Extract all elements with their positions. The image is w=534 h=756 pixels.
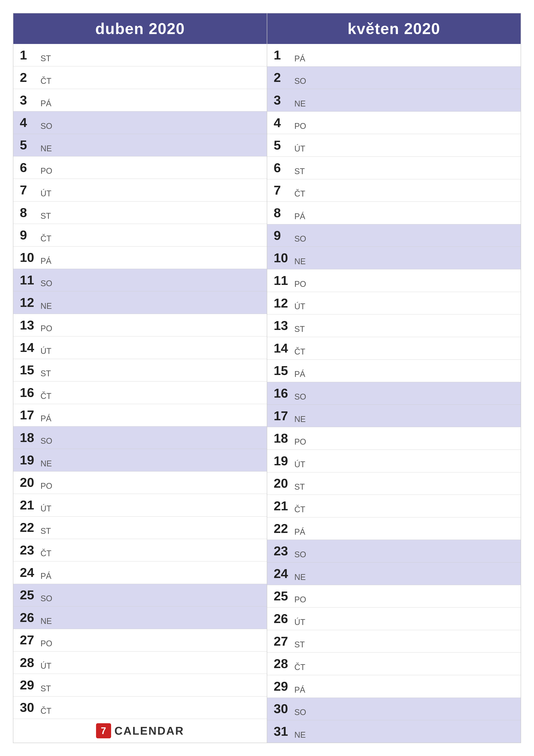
april-day-row: 13 PO — [13, 314, 267, 337]
april-day-row: 14 ÚT — [13, 337, 267, 359]
april-days-list: 1 ST 2 ČT 3 PÁ 4 SO 5 NE 6 PO 7 ÚT 8 ST … — [13, 44, 267, 719]
april-day-row: 18 SO — [13, 426, 267, 449]
april-day-row: 17 PÁ — [13, 404, 267, 426]
day-name: ČT — [40, 706, 51, 717]
day-number: 21 — [274, 500, 293, 512]
day-number: 27 — [20, 634, 39, 647]
day-name: ÚT — [294, 460, 305, 471]
may-day-row: 12 ÚT — [267, 292, 521, 315]
day-number: 31 — [274, 725, 293, 738]
day-name: ST — [40, 526, 51, 537]
may-day-row: 14 ČT — [267, 337, 521, 360]
day-name: ST — [40, 211, 51, 222]
day-name: PO — [294, 595, 306, 606]
day-number: 6 — [274, 161, 293, 174]
day-number: 19 — [274, 454, 293, 468]
logo-icon — [96, 723, 111, 738]
day-number: 28 — [20, 656, 39, 669]
calendar-container: duben 2020 1 ST 2 ČT 3 PÁ 4 SO 5 NE 6 PO… — [13, 13, 521, 743]
day-number: 23 — [20, 544, 39, 557]
day-number: 10 — [20, 251, 39, 264]
may-day-row: 26 ÚT — [267, 608, 521, 630]
april-day-row: 20 PO — [13, 472, 267, 494]
day-number: 11 — [274, 274, 293, 287]
day-number: 12 — [20, 296, 39, 309]
day-name: PÁ — [294, 527, 305, 538]
day-name: ÚT — [40, 662, 51, 672]
april-day-row: 12 NE — [13, 291, 267, 314]
day-name: ST — [294, 325, 305, 335]
may-days-list: 1 PÁ 2 SO 3 NE 4 PO 5 ÚT 6 ST 7 ČT 8 PÁ … — [267, 44, 521, 742]
day-number: 14 — [274, 342, 293, 355]
day-name: ÚT — [40, 189, 51, 200]
day-name: NE — [294, 99, 306, 110]
may-header: květen 2020 — [267, 14, 521, 44]
april-footer: CALENDAR — [13, 719, 267, 742]
april-day-row: 19 NE — [13, 449, 267, 471]
may-day-row: 8 PÁ — [267, 202, 521, 224]
day-name: ČT — [40, 549, 51, 559]
day-number: 30 — [20, 701, 39, 714]
day-number: 16 — [274, 387, 293, 400]
may-column: květen 2020 1 PÁ 2 SO 3 NE 4 PO 5 ÚT 6 S… — [267, 14, 521, 742]
day-number: 15 — [20, 364, 39, 376]
day-number: 2 — [274, 71, 293, 84]
logo-text: CALENDAR — [114, 724, 184, 737]
day-number: 4 — [274, 116, 293, 129]
day-name: ÚT — [40, 504, 51, 515]
day-name: NE — [40, 302, 52, 312]
day-number: 30 — [274, 702, 293, 715]
day-number: 13 — [20, 319, 39, 332]
day-name: SO — [294, 708, 306, 718]
april-day-row: 5 NE — [13, 134, 267, 156]
april-day-row: 27 PO — [13, 629, 267, 652]
may-title: květen 2020 — [347, 20, 440, 37]
day-name: PO — [40, 639, 52, 650]
may-day-row: 7 ČT — [267, 179, 521, 202]
day-name: ČT — [294, 505, 305, 516]
day-number: 17 — [274, 410, 293, 422]
day-number: 5 — [274, 139, 293, 152]
may-day-row: 31 NE — [267, 720, 521, 742]
day-name: ÚT — [294, 302, 305, 312]
day-name: PO — [294, 280, 306, 290]
page: duben 2020 1 ST 2 ČT 3 PÁ 4 SO 5 NE 6 PO… — [0, 0, 534, 756]
day-name: SO — [294, 550, 306, 560]
day-number: 16 — [20, 386, 39, 399]
april-day-row: 4 SO — [13, 111, 267, 134]
april-day-row: 24 PÁ — [13, 561, 267, 584]
day-name: ČT — [40, 234, 51, 245]
day-number: 28 — [274, 657, 293, 670]
may-day-row: 6 ST — [267, 157, 521, 179]
day-number: 25 — [274, 590, 293, 603]
day-name: PÁ — [294, 685, 305, 696]
may-day-row: 9 SO — [267, 224, 521, 247]
may-day-row: 24 NE — [267, 562, 521, 585]
day-name: PO — [40, 324, 52, 335]
day-name: NE — [294, 573, 306, 583]
may-day-row: 15 PÁ — [267, 360, 521, 382]
april-column: duben 2020 1 ST 2 ČT 3 PÁ 4 SO 5 NE 6 PO… — [13, 14, 267, 742]
day-name: SO — [294, 392, 306, 403]
day-name: ÚT — [294, 144, 305, 155]
april-day-row: 21 ÚT — [13, 494, 267, 516]
day-number: 29 — [20, 679, 39, 691]
day-name: SO — [294, 234, 306, 245]
may-day-row: 13 ST — [267, 314, 521, 337]
april-day-row: 30 ČT — [13, 696, 267, 719]
day-name: SO — [40, 122, 52, 132]
day-name: PÁ — [294, 369, 305, 380]
may-day-row: 1 PÁ — [267, 44, 521, 67]
april-header: duben 2020 — [13, 14, 267, 44]
day-name: NE — [40, 144, 52, 154]
day-name: PO — [294, 437, 306, 448]
day-number: 1 — [20, 49, 39, 62]
day-number: 3 — [20, 94, 39, 107]
day-number: 7 — [20, 184, 39, 197]
day-number: 3 — [274, 94, 293, 107]
day-name: PÁ — [294, 212, 305, 222]
day-name: SO — [294, 76, 306, 87]
day-number: 18 — [274, 432, 293, 445]
day-name: ST — [40, 369, 51, 380]
may-day-row: 11 PO — [267, 269, 521, 292]
